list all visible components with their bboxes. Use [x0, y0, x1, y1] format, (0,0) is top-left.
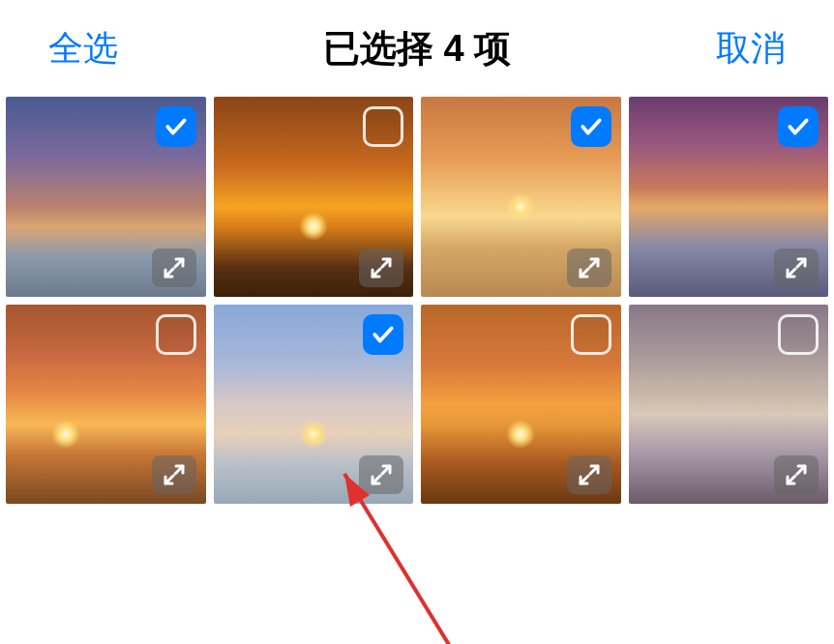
photo-thumbnail[interactable] — [214, 305, 414, 505]
expand-icon — [163, 463, 186, 486]
expand-button[interactable] — [152, 249, 196, 287]
expand-button[interactable] — [567, 455, 611, 494]
photo-thumbnail[interactable] — [421, 305, 621, 505]
expand-button[interactable] — [359, 455, 403, 494]
selection-checkbox[interactable] — [778, 106, 819, 147]
selection-checkbox[interactable] — [156, 314, 196, 355]
selection-checkbox[interactable] — [363, 106, 403, 147]
expand-button[interactable] — [359, 249, 403, 287]
selection-checkbox[interactable] — [778, 314, 819, 355]
expand-icon — [370, 463, 393, 486]
selection-checkbox[interactable] — [363, 314, 403, 355]
photo-thumbnail[interactable] — [6, 97, 206, 297]
expand-icon — [578, 463, 601, 486]
expand-icon — [785, 256, 808, 279]
expand-button[interactable] — [152, 455, 196, 494]
expand-button[interactable] — [774, 455, 819, 494]
photo-thumbnail[interactable] — [421, 97, 621, 297]
expand-button[interactable] — [774, 249, 819, 287]
selection-checkbox[interactable] — [156, 106, 196, 147]
expand-icon — [785, 463, 808, 486]
expand-icon — [578, 256, 601, 279]
expand-button[interactable] — [567, 249, 611, 287]
selection-checkbox[interactable] — [571, 314, 611, 355]
cancel-button[interactable]: 取消 — [716, 25, 786, 73]
checkmark-icon — [579, 114, 604, 139]
selection-checkbox[interactable] — [571, 106, 611, 147]
selection-header: 全选 已选择 4 项 取消 — [0, 0, 834, 97]
photo-thumbnail[interactable] — [6, 305, 206, 505]
photo-thumbnail[interactable] — [629, 97, 829, 297]
photo-thumbnail[interactable] — [214, 97, 414, 297]
checkmark-icon — [164, 114, 189, 139]
photo-thumbnail[interactable] — [629, 305, 829, 505]
checkmark-icon — [371, 322, 396, 347]
photo-grid — [0, 97, 834, 504]
checkmark-icon — [786, 114, 811, 139]
expand-icon — [370, 256, 393, 279]
expand-icon — [163, 256, 186, 279]
select-all-button[interactable]: 全选 — [48, 25, 118, 73]
selection-title: 已选择 4 项 — [323, 24, 511, 73]
